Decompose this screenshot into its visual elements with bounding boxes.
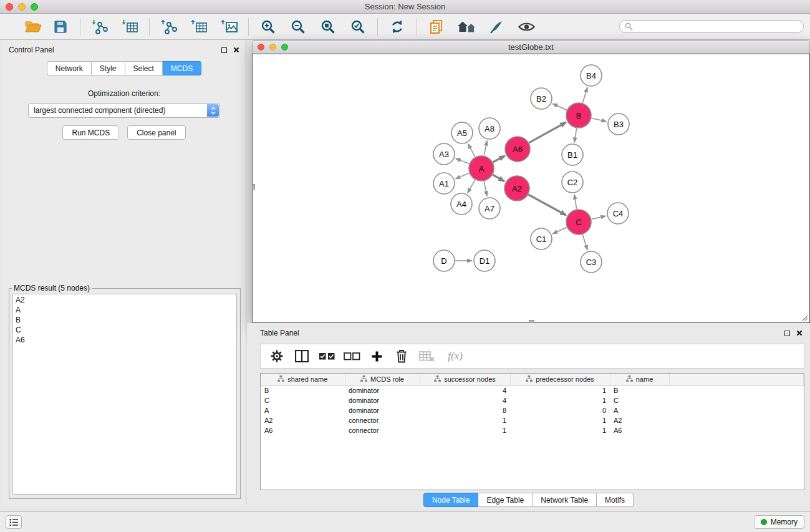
network-node[interactable]: C2 xyxy=(562,172,583,193)
network-node[interactable]: B4 xyxy=(581,65,602,86)
network-node[interactable]: B xyxy=(566,103,591,128)
table-cell[interactable]: 4 xyxy=(420,385,510,395)
unselect-all-button[interactable] xyxy=(340,346,363,367)
search-input[interactable] xyxy=(633,22,803,31)
close-panel-button[interactable]: Close panel xyxy=(127,125,185,140)
table-cell[interactable]: 8 xyxy=(420,405,510,415)
network-node[interactable]: A1 xyxy=(433,173,455,194)
tab-style[interactable]: Style xyxy=(92,61,125,75)
network-node[interactable]: B3 xyxy=(608,114,629,135)
delete-table-button[interactable] xyxy=(415,346,438,367)
table-row[interactable]: A6connector11A6 xyxy=(261,425,804,435)
zoom-out-button[interactable] xyxy=(286,16,310,38)
network-node[interactable]: B1 xyxy=(562,144,583,165)
network-node[interactable]: B2 xyxy=(531,88,552,109)
tab-network[interactable]: Network xyxy=(47,61,92,75)
network-node[interactable]: A6 xyxy=(505,137,530,162)
network-edge[interactable] xyxy=(591,216,605,219)
network-node[interactable]: C3 xyxy=(581,251,602,273)
export-image-button[interactable] xyxy=(217,16,241,38)
close-table-panel-icon[interactable] xyxy=(796,330,803,336)
tab-network-table[interactable]: Network Table xyxy=(533,493,597,507)
import-table-button[interactable] xyxy=(118,16,142,38)
table-cell[interactable]: 4 xyxy=(420,395,510,405)
add-row-button[interactable] xyxy=(365,346,388,367)
mcds-result-item[interactable]: A6 xyxy=(13,335,236,345)
network-node[interactable]: D1 xyxy=(474,250,495,271)
export-network-button[interactable] xyxy=(157,16,181,38)
column-header-shared-name[interactable]: shared name xyxy=(261,374,345,385)
network-node[interactable]: A8 xyxy=(479,118,500,139)
network-edge[interactable] xyxy=(468,144,475,157)
table-cell[interactable]: 1 xyxy=(420,415,510,425)
table-cell[interactable]: dominator xyxy=(345,405,420,415)
table-row[interactable]: A2connector11A2 xyxy=(261,415,804,425)
network-edge[interactable] xyxy=(456,173,470,179)
network-edge[interactable] xyxy=(582,235,587,250)
memory-button[interactable]: Memory xyxy=(754,515,804,529)
table-cell[interactable]: A2 xyxy=(610,415,669,425)
network-window-titlebar[interactable]: testGlobe.txt xyxy=(252,40,810,54)
optimization-criterion-dropdown[interactable]: largest connected component (directed) xyxy=(28,103,220,118)
network-edge[interactable] xyxy=(528,195,566,215)
table-cell[interactable]: 1 xyxy=(420,425,510,435)
refresh-view-button[interactable] xyxy=(385,16,409,38)
table-cell[interactable]: C xyxy=(261,395,345,405)
zoom-selected-button[interactable] xyxy=(346,16,370,38)
table-cell[interactable]: 1 xyxy=(510,415,610,425)
resize-corner-icon[interactable] xyxy=(801,314,808,321)
mcds-result-item[interactable]: A xyxy=(13,305,236,315)
network-node[interactable]: A xyxy=(469,156,494,181)
dropdown-stepper[interactable] xyxy=(207,104,219,117)
show-hide-button[interactable] xyxy=(514,16,538,38)
delete-row-button[interactable] xyxy=(390,346,413,367)
network-canvas[interactable]: B4B2BB3A5A8A6B1A3AA1C2A2A4A7C4CC1C3DD1 xyxy=(252,54,810,323)
table-cell[interactable]: A xyxy=(261,405,345,415)
table-cell[interactable]: dominator xyxy=(345,385,420,395)
table-cell[interactable]: 0 xyxy=(510,405,610,415)
table-cell[interactable]: 1 xyxy=(510,385,610,395)
network-edge[interactable] xyxy=(484,181,487,196)
network-edge[interactable] xyxy=(574,128,577,143)
column-header-mcds-role[interactable]: MCDS role xyxy=(345,374,420,385)
network-edge[interactable] xyxy=(552,228,567,234)
network-edge[interactable] xyxy=(456,158,470,163)
table-cell[interactable]: 1 xyxy=(510,395,610,405)
resize-handle-left[interactable] xyxy=(252,184,255,190)
network-node[interactable]: C1 xyxy=(531,228,552,249)
network-node[interactable]: C4 xyxy=(607,203,629,224)
table-row[interactable]: Cdominator41C xyxy=(261,395,804,405)
column-header-name[interactable]: name xyxy=(610,374,669,385)
network-node[interactable]: C xyxy=(566,210,591,235)
network-node[interactable]: A2 xyxy=(504,176,529,201)
network-edge[interactable] xyxy=(493,175,504,181)
tab-node-table[interactable]: Node Table xyxy=(423,493,479,507)
float-panel-icon[interactable] xyxy=(221,47,227,53)
table-settings-button[interactable] xyxy=(266,346,288,367)
network-edge[interactable] xyxy=(574,195,577,209)
zoom-in-button[interactable] xyxy=(256,16,280,38)
first-neighbors-button[interactable] xyxy=(425,16,448,38)
tab-select[interactable]: Select xyxy=(125,61,163,75)
network-canvas-svg[interactable]: B4B2BB3A5A8A6B1A3AA1C2A2A4A7C4CC1C3DD1 xyxy=(253,54,809,322)
table-cell[interactable]: C xyxy=(610,395,669,405)
table-row[interactable]: Bdominator41B xyxy=(261,385,804,395)
network-edge[interactable] xyxy=(552,104,567,110)
network-edge[interactable] xyxy=(468,180,475,193)
table-cell[interactable]: B xyxy=(261,385,345,395)
save-session-button[interactable] xyxy=(49,16,72,38)
tab-motifs[interactable]: Motifs xyxy=(597,493,634,507)
task-history-button[interactable] xyxy=(6,515,22,529)
zoom-fit-button[interactable] xyxy=(316,16,340,38)
table-cell[interactable]: A6 xyxy=(261,425,345,435)
node-table[interactable]: shared nameMCDS rolesuccessor nodesprede… xyxy=(260,373,804,490)
table-cell[interactable]: A2 xyxy=(261,415,345,425)
network-edge[interactable] xyxy=(484,141,487,156)
export-table-button[interactable] xyxy=(187,16,211,38)
column-header-predecessor-nodes[interactable]: predecessor nodes xyxy=(510,374,610,385)
function-builder-button[interactable]: f(x) xyxy=(440,346,470,367)
network-edge[interactable] xyxy=(592,118,607,121)
import-network-button[interactable] xyxy=(88,16,112,38)
tab-edge-table[interactable]: Edge Table xyxy=(478,493,533,507)
network-edge[interactable] xyxy=(493,156,505,162)
